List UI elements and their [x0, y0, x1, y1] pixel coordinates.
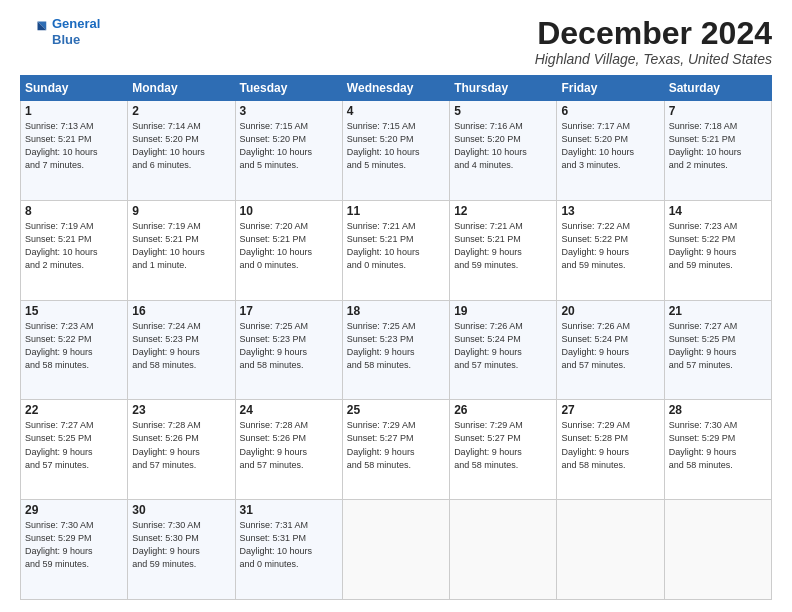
day-number: 10: [240, 204, 338, 218]
day-info: Sunrise: 7:16 AM Sunset: 5:20 PM Dayligh…: [454, 120, 552, 172]
day-info: Sunrise: 7:26 AM Sunset: 5:24 PM Dayligh…: [454, 320, 552, 372]
day-number: 11: [347, 204, 445, 218]
day-number: 18: [347, 304, 445, 318]
calendar-cell: 10Sunrise: 7:20 AM Sunset: 5:21 PM Dayli…: [235, 200, 342, 300]
day-number: 3: [240, 104, 338, 118]
day-info: Sunrise: 7:23 AM Sunset: 5:22 PM Dayligh…: [669, 220, 767, 272]
calendar-cell: [664, 500, 771, 600]
calendar-cell: 6Sunrise: 7:17 AM Sunset: 5:20 PM Daylig…: [557, 101, 664, 201]
calendar-cell: 8Sunrise: 7:19 AM Sunset: 5:21 PM Daylig…: [21, 200, 128, 300]
calendar-cell: 19Sunrise: 7:26 AM Sunset: 5:24 PM Dayli…: [450, 300, 557, 400]
day-number: 12: [454, 204, 552, 218]
day-info: Sunrise: 7:27 AM Sunset: 5:25 PM Dayligh…: [669, 320, 767, 372]
calendar-cell: 15Sunrise: 7:23 AM Sunset: 5:22 PM Dayli…: [21, 300, 128, 400]
day-info: Sunrise: 7:18 AM Sunset: 5:21 PM Dayligh…: [669, 120, 767, 172]
day-info: Sunrise: 7:27 AM Sunset: 5:25 PM Dayligh…: [25, 419, 123, 471]
day-info: Sunrise: 7:21 AM Sunset: 5:21 PM Dayligh…: [347, 220, 445, 272]
calendar-cell: 27Sunrise: 7:29 AM Sunset: 5:28 PM Dayli…: [557, 400, 664, 500]
day-number: 13: [561, 204, 659, 218]
calendar-table: Sunday Monday Tuesday Wednesday Thursday…: [20, 75, 772, 600]
col-sunday: Sunday: [21, 76, 128, 101]
calendar-cell: 13Sunrise: 7:22 AM Sunset: 5:22 PM Dayli…: [557, 200, 664, 300]
day-number: 6: [561, 104, 659, 118]
title-block: December 2024 Highland Village, Texas, U…: [535, 16, 772, 67]
logo-line2: Blue: [52, 32, 80, 47]
month-title: December 2024: [535, 16, 772, 51]
day-number: 2: [132, 104, 230, 118]
day-number: 7: [669, 104, 767, 118]
day-info: Sunrise: 7:15 AM Sunset: 5:20 PM Dayligh…: [347, 120, 445, 172]
col-tuesday: Tuesday: [235, 76, 342, 101]
day-info: Sunrise: 7:31 AM Sunset: 5:31 PM Dayligh…: [240, 519, 338, 571]
logo-icon: [20, 18, 48, 46]
day-info: Sunrise: 7:13 AM Sunset: 5:21 PM Dayligh…: [25, 120, 123, 172]
col-thursday: Thursday: [450, 76, 557, 101]
calendar-page: General Blue December 2024 Highland Vill…: [0, 0, 792, 612]
day-info: Sunrise: 7:21 AM Sunset: 5:21 PM Dayligh…: [454, 220, 552, 272]
day-info: Sunrise: 7:24 AM Sunset: 5:23 PM Dayligh…: [132, 320, 230, 372]
calendar-cell: 18Sunrise: 7:25 AM Sunset: 5:23 PM Dayli…: [342, 300, 449, 400]
day-number: 22: [25, 403, 123, 417]
day-info: Sunrise: 7:14 AM Sunset: 5:20 PM Dayligh…: [132, 120, 230, 172]
calendar-cell: 16Sunrise: 7:24 AM Sunset: 5:23 PM Dayli…: [128, 300, 235, 400]
day-info: Sunrise: 7:28 AM Sunset: 5:26 PM Dayligh…: [132, 419, 230, 471]
day-number: 30: [132, 503, 230, 517]
col-saturday: Saturday: [664, 76, 771, 101]
day-info: Sunrise: 7:22 AM Sunset: 5:22 PM Dayligh…: [561, 220, 659, 272]
calendar-cell: [342, 500, 449, 600]
calendar-cell: 20Sunrise: 7:26 AM Sunset: 5:24 PM Dayli…: [557, 300, 664, 400]
day-info: Sunrise: 7:25 AM Sunset: 5:23 PM Dayligh…: [240, 320, 338, 372]
calendar-cell: 11Sunrise: 7:21 AM Sunset: 5:21 PM Dayli…: [342, 200, 449, 300]
calendar-cell: 3Sunrise: 7:15 AM Sunset: 5:20 PM Daylig…: [235, 101, 342, 201]
calendar-body: 1Sunrise: 7:13 AM Sunset: 5:21 PM Daylig…: [21, 101, 772, 600]
day-info: Sunrise: 7:17 AM Sunset: 5:20 PM Dayligh…: [561, 120, 659, 172]
day-info: Sunrise: 7:26 AM Sunset: 5:24 PM Dayligh…: [561, 320, 659, 372]
day-info: Sunrise: 7:19 AM Sunset: 5:21 PM Dayligh…: [132, 220, 230, 272]
day-info: Sunrise: 7:23 AM Sunset: 5:22 PM Dayligh…: [25, 320, 123, 372]
calendar-cell: 25Sunrise: 7:29 AM Sunset: 5:27 PM Dayli…: [342, 400, 449, 500]
day-number: 20: [561, 304, 659, 318]
calendar-cell: 17Sunrise: 7:25 AM Sunset: 5:23 PM Dayli…: [235, 300, 342, 400]
day-number: 16: [132, 304, 230, 318]
calendar-cell: 21Sunrise: 7:27 AM Sunset: 5:25 PM Dayli…: [664, 300, 771, 400]
day-number: 31: [240, 503, 338, 517]
calendar-cell: 5Sunrise: 7:16 AM Sunset: 5:20 PM Daylig…: [450, 101, 557, 201]
calendar-cell: 2Sunrise: 7:14 AM Sunset: 5:20 PM Daylig…: [128, 101, 235, 201]
header-row: Sunday Monday Tuesday Wednesday Thursday…: [21, 76, 772, 101]
day-number: 4: [347, 104, 445, 118]
day-info: Sunrise: 7:29 AM Sunset: 5:27 PM Dayligh…: [347, 419, 445, 471]
calendar-week-3: 15Sunrise: 7:23 AM Sunset: 5:22 PM Dayli…: [21, 300, 772, 400]
day-info: Sunrise: 7:30 AM Sunset: 5:30 PM Dayligh…: [132, 519, 230, 571]
day-info: Sunrise: 7:15 AM Sunset: 5:20 PM Dayligh…: [240, 120, 338, 172]
col-friday: Friday: [557, 76, 664, 101]
day-number: 19: [454, 304, 552, 318]
day-number: 26: [454, 403, 552, 417]
day-number: 9: [132, 204, 230, 218]
location: Highland Village, Texas, United States: [535, 51, 772, 67]
day-info: Sunrise: 7:28 AM Sunset: 5:26 PM Dayligh…: [240, 419, 338, 471]
calendar-cell: 9Sunrise: 7:19 AM Sunset: 5:21 PM Daylig…: [128, 200, 235, 300]
calendar-cell: 22Sunrise: 7:27 AM Sunset: 5:25 PM Dayli…: [21, 400, 128, 500]
day-info: Sunrise: 7:29 AM Sunset: 5:28 PM Dayligh…: [561, 419, 659, 471]
day-number: 1: [25, 104, 123, 118]
calendar-cell: 30Sunrise: 7:30 AM Sunset: 5:30 PM Dayli…: [128, 500, 235, 600]
logo-text: General Blue: [52, 16, 100, 47]
day-number: 28: [669, 403, 767, 417]
day-number: 24: [240, 403, 338, 417]
day-info: Sunrise: 7:30 AM Sunset: 5:29 PM Dayligh…: [669, 419, 767, 471]
day-number: 29: [25, 503, 123, 517]
calendar-week-4: 22Sunrise: 7:27 AM Sunset: 5:25 PM Dayli…: [21, 400, 772, 500]
day-number: 14: [669, 204, 767, 218]
calendar-cell: 28Sunrise: 7:30 AM Sunset: 5:29 PM Dayli…: [664, 400, 771, 500]
calendar-cell: 7Sunrise: 7:18 AM Sunset: 5:21 PM Daylig…: [664, 101, 771, 201]
calendar-cell: 12Sunrise: 7:21 AM Sunset: 5:21 PM Dayli…: [450, 200, 557, 300]
day-info: Sunrise: 7:29 AM Sunset: 5:27 PM Dayligh…: [454, 419, 552, 471]
header: General Blue December 2024 Highland Vill…: [20, 16, 772, 67]
calendar-cell: [450, 500, 557, 600]
day-number: 15: [25, 304, 123, 318]
day-number: 17: [240, 304, 338, 318]
day-number: 8: [25, 204, 123, 218]
calendar-cell: 23Sunrise: 7:28 AM Sunset: 5:26 PM Dayli…: [128, 400, 235, 500]
calendar-cell: 29Sunrise: 7:30 AM Sunset: 5:29 PM Dayli…: [21, 500, 128, 600]
col-monday: Monday: [128, 76, 235, 101]
